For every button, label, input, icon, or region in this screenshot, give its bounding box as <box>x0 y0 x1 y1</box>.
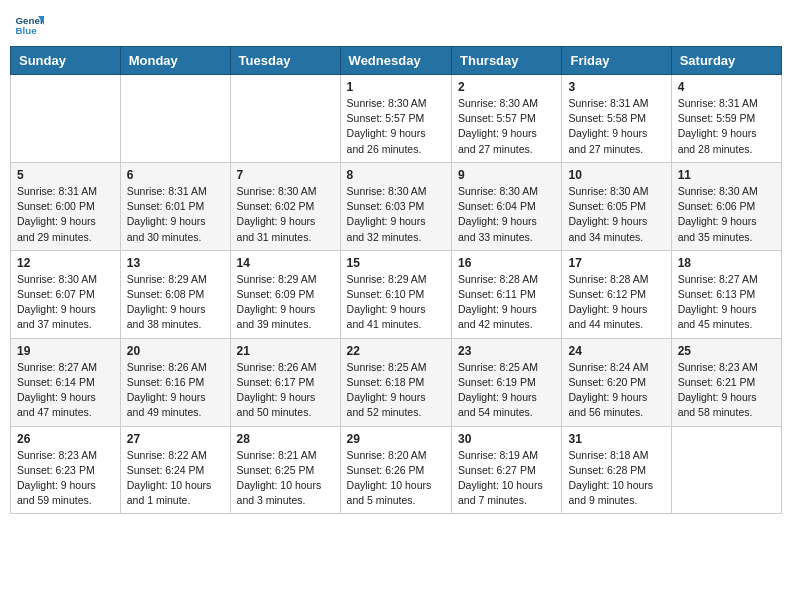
weekday-header-monday: Monday <box>120 47 230 75</box>
day-number: 19 <box>17 344 114 358</box>
calendar-cell: 21Sunrise: 8:26 AM Sunset: 6:17 PM Dayli… <box>230 338 340 426</box>
day-info: Sunrise: 8:22 AM Sunset: 6:24 PM Dayligh… <box>127 448 224 509</box>
day-number: 5 <box>17 168 114 182</box>
day-info: Sunrise: 8:19 AM Sunset: 6:27 PM Dayligh… <box>458 448 555 509</box>
calendar-week-row: 26Sunrise: 8:23 AM Sunset: 6:23 PM Dayli… <box>11 426 782 514</box>
calendar-cell: 22Sunrise: 8:25 AM Sunset: 6:18 PM Dayli… <box>340 338 451 426</box>
calendar-cell: 14Sunrise: 8:29 AM Sunset: 6:09 PM Dayli… <box>230 250 340 338</box>
day-info: Sunrise: 8:18 AM Sunset: 6:28 PM Dayligh… <box>568 448 664 509</box>
day-info: Sunrise: 8:30 AM Sunset: 6:05 PM Dayligh… <box>568 184 664 245</box>
day-info: Sunrise: 8:30 AM Sunset: 6:02 PM Dayligh… <box>237 184 334 245</box>
calendar-cell: 29Sunrise: 8:20 AM Sunset: 6:26 PM Dayli… <box>340 426 451 514</box>
calendar-cell: 3Sunrise: 8:31 AM Sunset: 5:58 PM Daylig… <box>562 75 671 163</box>
day-number: 30 <box>458 432 555 446</box>
day-number: 27 <box>127 432 224 446</box>
day-number: 18 <box>678 256 775 270</box>
day-info: Sunrise: 8:30 AM Sunset: 5:57 PM Dayligh… <box>347 96 445 157</box>
day-info: Sunrise: 8:31 AM Sunset: 5:58 PM Dayligh… <box>568 96 664 157</box>
day-info: Sunrise: 8:31 AM Sunset: 6:01 PM Dayligh… <box>127 184 224 245</box>
calendar-cell: 31Sunrise: 8:18 AM Sunset: 6:28 PM Dayli… <box>562 426 671 514</box>
day-info: Sunrise: 8:29 AM Sunset: 6:10 PM Dayligh… <box>347 272 445 333</box>
day-info: Sunrise: 8:29 AM Sunset: 6:09 PM Dayligh… <box>237 272 334 333</box>
day-number: 1 <box>347 80 445 94</box>
calendar-cell: 11Sunrise: 8:30 AM Sunset: 6:06 PM Dayli… <box>671 162 781 250</box>
day-info: Sunrise: 8:28 AM Sunset: 6:12 PM Dayligh… <box>568 272 664 333</box>
calendar-cell: 8Sunrise: 8:30 AM Sunset: 6:03 PM Daylig… <box>340 162 451 250</box>
weekday-header-friday: Friday <box>562 47 671 75</box>
calendar-cell: 6Sunrise: 8:31 AM Sunset: 6:01 PM Daylig… <box>120 162 230 250</box>
calendar-cell: 4Sunrise: 8:31 AM Sunset: 5:59 PM Daylig… <box>671 75 781 163</box>
day-number: 15 <box>347 256 445 270</box>
day-info: Sunrise: 8:25 AM Sunset: 6:18 PM Dayligh… <box>347 360 445 421</box>
weekday-header-wednesday: Wednesday <box>340 47 451 75</box>
calendar-cell <box>230 75 340 163</box>
day-info: Sunrise: 8:26 AM Sunset: 6:17 PM Dayligh… <box>237 360 334 421</box>
weekday-header-tuesday: Tuesday <box>230 47 340 75</box>
day-number: 28 <box>237 432 334 446</box>
day-info: Sunrise: 8:26 AM Sunset: 6:16 PM Dayligh… <box>127 360 224 421</box>
calendar-cell: 17Sunrise: 8:28 AM Sunset: 6:12 PM Dayli… <box>562 250 671 338</box>
day-number: 10 <box>568 168 664 182</box>
calendar-cell: 16Sunrise: 8:28 AM Sunset: 6:11 PM Dayli… <box>452 250 562 338</box>
day-info: Sunrise: 8:27 AM Sunset: 6:13 PM Dayligh… <box>678 272 775 333</box>
calendar-table: SundayMondayTuesdayWednesdayThursdayFrid… <box>10 46 782 514</box>
day-number: 9 <box>458 168 555 182</box>
day-info: Sunrise: 8:24 AM Sunset: 6:20 PM Dayligh… <box>568 360 664 421</box>
calendar-cell: 18Sunrise: 8:27 AM Sunset: 6:13 PM Dayli… <box>671 250 781 338</box>
logo-icon: General Blue <box>14 10 44 40</box>
day-number: 17 <box>568 256 664 270</box>
day-info: Sunrise: 8:30 AM Sunset: 6:06 PM Dayligh… <box>678 184 775 245</box>
day-number: 20 <box>127 344 224 358</box>
calendar-cell: 9Sunrise: 8:30 AM Sunset: 6:04 PM Daylig… <box>452 162 562 250</box>
day-info: Sunrise: 8:29 AM Sunset: 6:08 PM Dayligh… <box>127 272 224 333</box>
day-number: 16 <box>458 256 555 270</box>
day-number: 3 <box>568 80 664 94</box>
calendar-cell: 1Sunrise: 8:30 AM Sunset: 5:57 PM Daylig… <box>340 75 451 163</box>
day-number: 26 <box>17 432 114 446</box>
day-number: 12 <box>17 256 114 270</box>
day-number: 7 <box>237 168 334 182</box>
day-number: 22 <box>347 344 445 358</box>
weekday-header-saturday: Saturday <box>671 47 781 75</box>
day-number: 29 <box>347 432 445 446</box>
calendar-cell: 5Sunrise: 8:31 AM Sunset: 6:00 PM Daylig… <box>11 162 121 250</box>
day-number: 4 <box>678 80 775 94</box>
calendar-week-row: 19Sunrise: 8:27 AM Sunset: 6:14 PM Dayli… <box>11 338 782 426</box>
calendar-header-row: SundayMondayTuesdayWednesdayThursdayFrid… <box>11 47 782 75</box>
calendar-cell: 26Sunrise: 8:23 AM Sunset: 6:23 PM Dayli… <box>11 426 121 514</box>
day-number: 23 <box>458 344 555 358</box>
weekday-header-thursday: Thursday <box>452 47 562 75</box>
calendar-cell: 24Sunrise: 8:24 AM Sunset: 6:20 PM Dayli… <box>562 338 671 426</box>
calendar-cell: 2Sunrise: 8:30 AM Sunset: 5:57 PM Daylig… <box>452 75 562 163</box>
calendar-cell: 23Sunrise: 8:25 AM Sunset: 6:19 PM Dayli… <box>452 338 562 426</box>
day-info: Sunrise: 8:20 AM Sunset: 6:26 PM Dayligh… <box>347 448 445 509</box>
day-info: Sunrise: 8:23 AM Sunset: 6:21 PM Dayligh… <box>678 360 775 421</box>
day-info: Sunrise: 8:30 AM Sunset: 5:57 PM Dayligh… <box>458 96 555 157</box>
calendar-cell: 25Sunrise: 8:23 AM Sunset: 6:21 PM Dayli… <box>671 338 781 426</box>
calendar-cell: 10Sunrise: 8:30 AM Sunset: 6:05 PM Dayli… <box>562 162 671 250</box>
day-info: Sunrise: 8:23 AM Sunset: 6:23 PM Dayligh… <box>17 448 114 509</box>
day-info: Sunrise: 8:30 AM Sunset: 6:03 PM Dayligh… <box>347 184 445 245</box>
calendar-cell <box>120 75 230 163</box>
day-number: 11 <box>678 168 775 182</box>
page-header: General Blue <box>10 10 782 40</box>
calendar-week-row: 1Sunrise: 8:30 AM Sunset: 5:57 PM Daylig… <box>11 75 782 163</box>
calendar-cell <box>11 75 121 163</box>
day-number: 2 <box>458 80 555 94</box>
day-number: 25 <box>678 344 775 358</box>
day-info: Sunrise: 8:25 AM Sunset: 6:19 PM Dayligh… <box>458 360 555 421</box>
day-number: 31 <box>568 432 664 446</box>
day-info: Sunrise: 8:27 AM Sunset: 6:14 PM Dayligh… <box>17 360 114 421</box>
calendar-cell: 27Sunrise: 8:22 AM Sunset: 6:24 PM Dayli… <box>120 426 230 514</box>
calendar-cell <box>671 426 781 514</box>
calendar-cell: 15Sunrise: 8:29 AM Sunset: 6:10 PM Dayli… <box>340 250 451 338</box>
day-number: 24 <box>568 344 664 358</box>
day-number: 8 <box>347 168 445 182</box>
calendar-cell: 19Sunrise: 8:27 AM Sunset: 6:14 PM Dayli… <box>11 338 121 426</box>
calendar-body: 1Sunrise: 8:30 AM Sunset: 5:57 PM Daylig… <box>11 75 782 514</box>
day-number: 6 <box>127 168 224 182</box>
day-info: Sunrise: 8:30 AM Sunset: 6:04 PM Dayligh… <box>458 184 555 245</box>
weekday-header-sunday: Sunday <box>11 47 121 75</box>
calendar-week-row: 5Sunrise: 8:31 AM Sunset: 6:00 PM Daylig… <box>11 162 782 250</box>
calendar-cell: 12Sunrise: 8:30 AM Sunset: 6:07 PM Dayli… <box>11 250 121 338</box>
